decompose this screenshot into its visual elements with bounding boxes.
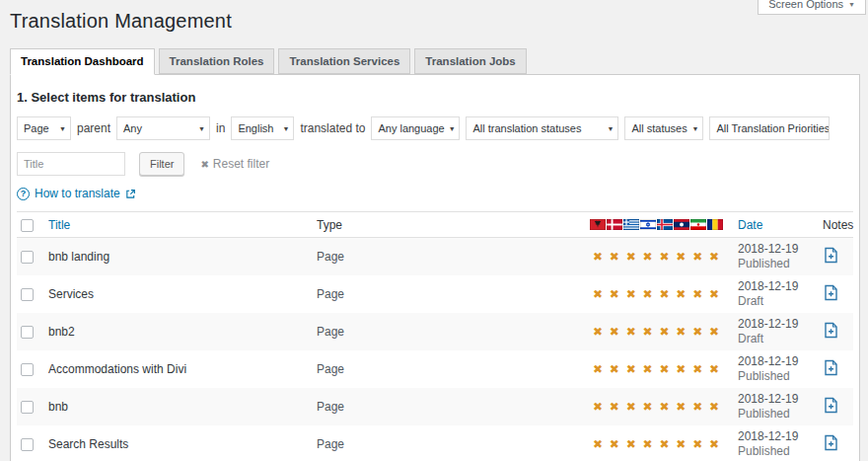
reset-filter-label: Reset filter xyxy=(213,157,269,171)
filter-button[interactable]: Filter xyxy=(139,152,184,176)
post-status-select[interactable]: All statuses▼ xyxy=(624,116,703,140)
translation-status-icons: ✖✖✖✖✖✖✖✖ xyxy=(584,288,722,300)
not-translated-icon: ✖ xyxy=(706,401,722,413)
not-translated-icon: ✖ xyxy=(623,326,639,338)
not-translated-icon: ✖ xyxy=(673,438,688,450)
row-type: Page xyxy=(311,437,584,451)
filter-row-primary: Page▼parentAny▼inEnglish▼translated toAn… xyxy=(17,116,853,140)
row-type: Page xyxy=(311,287,584,301)
column-header-title[interactable]: Title xyxy=(42,218,311,232)
tab-translation-roles[interactable]: Translation Roles xyxy=(159,48,275,74)
how-to-translate-link[interactable]: How to translate xyxy=(35,187,120,200)
selected-value: Any language xyxy=(378,122,444,134)
not-translated-icon: ✖ xyxy=(657,251,673,263)
date-cell: 2018-12-19Published xyxy=(722,392,811,422)
title-filter-input[interactable] xyxy=(17,152,125,176)
row-title: Accommodations with Divi xyxy=(42,362,311,376)
table-row: Search ResultsPage✖✖✖✖✖✖✖✖2018-12-19Publ… xyxy=(17,425,853,461)
not-translated-icon: ✖ xyxy=(623,288,639,300)
translation-status-icons: ✖✖✖✖✖✖✖✖ xyxy=(584,401,722,413)
checkbox-cell xyxy=(17,325,42,339)
filter-label: parent xyxy=(77,121,110,135)
screen-options-button[interactable]: Screen Options ▼ xyxy=(758,0,866,15)
chevron-down-icon: ▼ xyxy=(282,125,289,132)
select-all-checkbox[interactable] xyxy=(21,219,34,232)
row-title: Search Results xyxy=(42,437,311,451)
not-translated-icon: ✖ xyxy=(623,363,639,375)
not-translated-icon: ✖ xyxy=(689,438,705,450)
flag-albania-icon xyxy=(590,219,606,230)
notes-cell xyxy=(811,434,853,454)
target-language-select[interactable]: Any language▼ xyxy=(371,116,460,140)
row-checkbox[interactable] xyxy=(21,363,34,376)
date-cell: 2018-12-19Draft xyxy=(722,279,811,309)
row-status: Published xyxy=(738,407,811,422)
table-header-row: Title Type Date Notes xyxy=(17,211,853,238)
tab-bar: Translation DashboardTranslation RolesTr… xyxy=(0,48,868,74)
filter-row-secondary: Filter ✖ Reset filter xyxy=(17,152,853,176)
not-translated-icon: ✖ xyxy=(706,251,722,263)
checkbox-cell xyxy=(17,362,42,376)
selected-value: All translation statuses xyxy=(472,122,581,134)
column-header-date[interactable]: Date xyxy=(722,218,811,232)
not-translated-icon: ✖ xyxy=(657,288,673,300)
add-note-icon[interactable] xyxy=(823,322,839,339)
external-link-icon xyxy=(125,189,136,199)
row-date: 2018-12-19 xyxy=(738,242,811,257)
page-title: Translation Management xyxy=(0,0,868,33)
post-type-select[interactable]: Page▼ xyxy=(17,116,71,140)
not-translated-icon: ✖ xyxy=(673,326,688,338)
chevron-down-icon: ▼ xyxy=(691,125,698,132)
selected-value: All statuses xyxy=(631,122,687,134)
source-language-select[interactable]: English▼ xyxy=(231,116,294,140)
date-cell: 2018-12-19Draft xyxy=(722,317,811,346)
not-translated-icon: ✖ xyxy=(607,251,622,263)
row-status: Published xyxy=(738,369,811,384)
not-translated-icon: ✖ xyxy=(657,326,673,338)
not-translated-icon: ✖ xyxy=(590,438,606,450)
checkbox-cell xyxy=(17,437,42,451)
notes-cell xyxy=(811,247,853,267)
checkbox-cell xyxy=(17,250,42,264)
column-header-notes: Notes xyxy=(811,218,853,232)
row-checkbox[interactable] xyxy=(21,438,34,451)
add-note-icon[interactable] xyxy=(823,359,839,376)
row-checkbox[interactable] xyxy=(21,326,34,339)
row-status: Published xyxy=(738,444,811,459)
not-translated-icon: ✖ xyxy=(657,401,673,413)
add-note-icon[interactable] xyxy=(823,397,839,414)
table-row: bnb2Page✖✖✖✖✖✖✖✖2018-12-19Draft xyxy=(17,313,853,350)
not-translated-icon: ✖ xyxy=(623,401,639,413)
add-note-icon[interactable] xyxy=(823,284,839,301)
not-translated-icon: ✖ xyxy=(673,288,688,300)
flag-iceland-icon xyxy=(657,219,673,230)
tab-translation-services[interactable]: Translation Services xyxy=(278,48,410,74)
not-translated-icon: ✖ xyxy=(689,363,705,375)
reset-filter-link[interactable]: ✖ Reset filter xyxy=(200,157,269,171)
flag-iran-icon xyxy=(690,219,706,230)
not-translated-icon: ✖ xyxy=(607,288,622,300)
add-note-icon[interactable] xyxy=(823,434,839,451)
flag-laos-icon xyxy=(674,219,689,230)
tab-translation-dashboard[interactable]: Translation Dashboard xyxy=(10,48,155,75)
chevron-down-icon: ▼ xyxy=(449,125,456,132)
tab-translation-jobs[interactable]: Translation Jobs xyxy=(414,48,526,74)
content-panel: 1. Select items for translation Page▼par… xyxy=(10,74,860,461)
row-checkbox[interactable] xyxy=(21,251,34,264)
translation-status-icons: ✖✖✖✖✖✖✖✖ xyxy=(584,363,722,375)
notes-cell xyxy=(811,397,853,417)
add-note-icon[interactable] xyxy=(823,247,839,264)
help-row: ? How to translate xyxy=(17,187,853,200)
translation-dashboard-table: Title Type Date Notes bnb landingPage✖✖✖… xyxy=(17,211,853,461)
row-checkbox[interactable] xyxy=(21,288,34,301)
row-title: bnb2 xyxy=(42,325,311,339)
table-row: Accommodations with DiviPage✖✖✖✖✖✖✖✖2018… xyxy=(17,350,853,388)
translation-status-icons: ✖✖✖✖✖✖✖✖ xyxy=(584,251,722,263)
not-translated-icon: ✖ xyxy=(590,326,606,338)
parent-select[interactable]: Any▼ xyxy=(116,116,210,140)
row-checkbox[interactable] xyxy=(21,401,34,414)
translation-status-select[interactable]: All translation statuses▼ xyxy=(466,116,618,140)
not-translated-icon: ✖ xyxy=(590,288,606,300)
not-translated-icon: ✖ xyxy=(640,288,656,300)
translation-priority-select[interactable]: All Translation Priorities▼ xyxy=(709,116,830,140)
